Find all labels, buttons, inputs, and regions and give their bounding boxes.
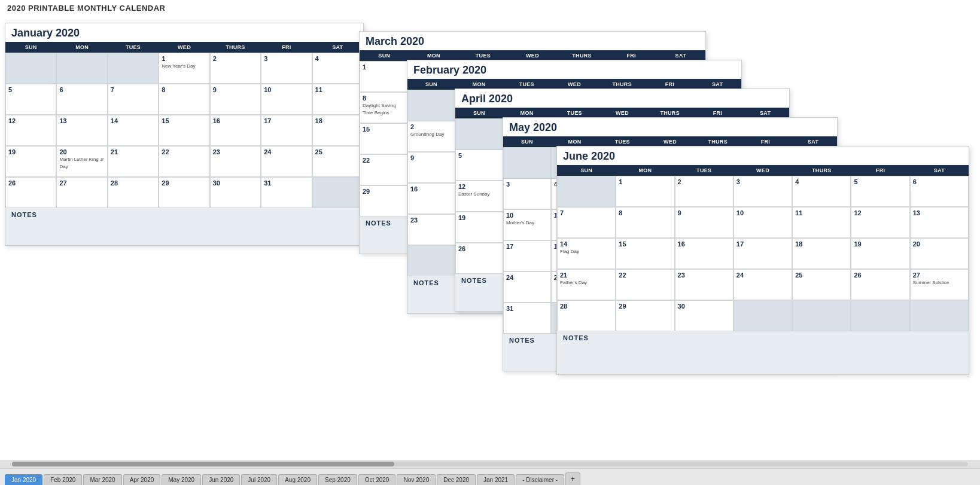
- january-header: SUN MON TUES WED THURS FRI SAT: [5, 42, 363, 53]
- tab-mar-2020[interactable]: Mar 2020: [83, 474, 121, 485]
- february-title: February 2020: [407, 60, 741, 79]
- jan-cell-1: 1 New Year's Day: [159, 53, 209, 84]
- scroll-track[interactable]: [12, 462, 968, 466]
- jan-cell-19: 19: [5, 146, 56, 177]
- tab-may-2020[interactable]: May 2020: [162, 474, 201, 485]
- scroll-bar[interactable]: [0, 460, 980, 468]
- jan-cell-25: 25: [312, 146, 363, 177]
- tab-jan-2020[interactable]: Jan 2020: [5, 474, 42, 485]
- jan-cell-10: 10: [261, 84, 312, 115]
- june-notes-label: NOTES: [557, 331, 969, 344]
- tab-oct-2020[interactable]: Oct 2020: [358, 474, 396, 485]
- main-container: 2020 PRINTABLE MONTHLY CALENDAR January …: [0, 0, 980, 485]
- june-grid: 1 2 3 4 5 6 7 8 9 10 11 12 13 14 Flag Da…: [557, 176, 969, 331]
- jan-cell-15: 15: [159, 115, 209, 146]
- jan-cell-7: 7: [108, 84, 159, 115]
- jan-cell-empty2: [56, 53, 107, 84]
- jan-tues: TUES: [108, 42, 159, 53]
- tab-bar: Jan 2020 Feb 2020 Mar 2020 Apr 2020 May …: [0, 468, 980, 485]
- jan-sat: SAT: [312, 42, 363, 53]
- tab-sep-2020[interactable]: Sep 2020: [318, 474, 357, 485]
- tab-disclaimer[interactable]: - Disclaimer -: [516, 474, 564, 485]
- tab-jun-2020[interactable]: Jun 2020: [202, 474, 240, 485]
- jan-mon: MON: [56, 42, 107, 53]
- tab-apr-2020[interactable]: Apr 2020: [123, 474, 161, 485]
- jan-cell-30: 30: [210, 177, 261, 208]
- jan-thurs: THURS: [210, 42, 261, 53]
- jan-cell-21: 21: [108, 146, 159, 177]
- june-title: June 2020: [557, 147, 969, 165]
- may-title: May 2020: [503, 118, 837, 136]
- scroll-thumb[interactable]: [12, 462, 394, 466]
- tab-jul-2020[interactable]: Jul 2020: [241, 474, 277, 485]
- jan-cell-5: 5: [5, 84, 56, 115]
- june-calendar: June 2020 SUN MON TUES WED THURS FRI SAT…: [556, 146, 969, 375]
- jan-cell-9: 9: [210, 84, 261, 115]
- jan-cell-6: 6: [56, 84, 107, 115]
- jan-cell-3: 3: [261, 53, 312, 84]
- jan-cell-17: 17: [261, 115, 312, 146]
- mar-1: 1: [360, 61, 409, 92]
- jan-cell-18: 18: [312, 115, 363, 146]
- jan-cell-4: 4: [312, 53, 363, 84]
- jan-cell-12: 12: [5, 115, 56, 146]
- june-header: SUN MON TUES WED THURS FRI SAT: [557, 165, 969, 176]
- january-calendar: January 2020 SUN MON TUES WED THURS FRI …: [5, 23, 364, 246]
- jan-cell-16: 16: [210, 115, 261, 146]
- jan-cell-24: 24: [261, 146, 312, 177]
- january-grid: 1 New Year's Day 2 3 4 5 6 7 8 9 10 11 1…: [5, 53, 363, 208]
- tab-dec-2020[interactable]: Dec 2020: [437, 474, 476, 485]
- jan-fri: FRI: [261, 42, 312, 53]
- jan-cell-14: 14: [108, 115, 159, 146]
- app-title: 2020 PRINTABLE MONTHLY CALENDAR: [0, 0, 980, 14]
- tab-jan-2021[interactable]: Jan 2021: [477, 474, 515, 485]
- jan-cell-23: 23: [210, 146, 261, 177]
- january-notes-area: [5, 221, 363, 245]
- tab-add-button[interactable]: +: [565, 472, 580, 485]
- jan-cell-empty3: [108, 53, 159, 84]
- jan-cell-28: 28: [108, 177, 159, 208]
- jan-cell-26: 26: [5, 177, 56, 208]
- jan-wed: WED: [159, 42, 209, 53]
- jan-cell-22: 22: [159, 146, 209, 177]
- jan-cell-11: 11: [312, 84, 363, 115]
- jan-cell-empty1: [5, 53, 56, 84]
- jan-sun: SUN: [5, 42, 56, 53]
- tab-aug-2020[interactable]: Aug 2020: [278, 474, 317, 485]
- january-notes-label: NOTES: [5, 208, 363, 221]
- jan-cell-13: 13: [56, 115, 107, 146]
- june-notes-area: [557, 344, 969, 374]
- january-title: January 2020: [5, 23, 363, 42]
- jan-cell-31: 31: [261, 177, 312, 208]
- jan-cell-20: 20 Martin Luther King Jr Day: [56, 146, 107, 177]
- jan-cell-29: 29: [159, 177, 209, 208]
- jan-cell-8: 8: [159, 84, 209, 115]
- tab-nov-2020[interactable]: Nov 2020: [397, 474, 436, 485]
- april-title: April 2020: [455, 89, 789, 108]
- tab-feb-2020[interactable]: Feb 2020: [44, 474, 82, 485]
- march-title: March 2020: [360, 32, 705, 50]
- jan-cell-2: 2: [210, 53, 261, 84]
- jan-cell-empty-end: [312, 177, 363, 208]
- jan-cell-27: 27: [56, 177, 107, 208]
